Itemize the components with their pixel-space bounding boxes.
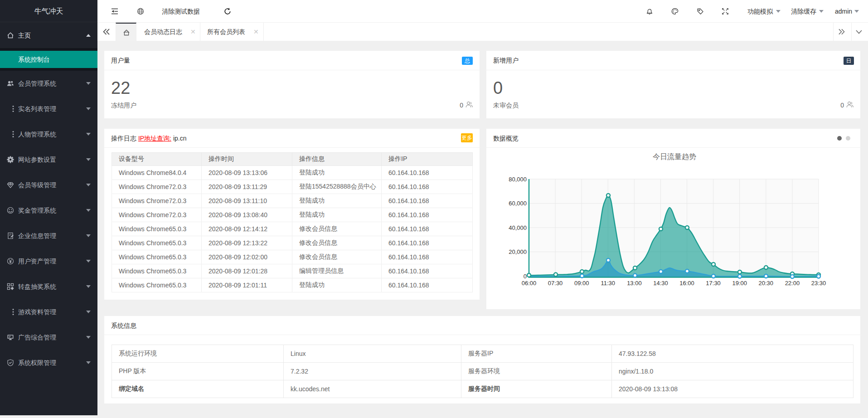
svg-text:06:00: 06:00 [522, 280, 537, 287]
svg-text:19:00: 19:00 [732, 280, 747, 287]
svg-text:0: 0 [524, 273, 527, 280]
svg-text:23:30: 23:30 [811, 280, 826, 287]
svg-text:11:30: 11:30 [601, 280, 616, 287]
svg-text:今日流量趋势: 今日流量趋势 [653, 153, 696, 160]
svg-text:20:30: 20:30 [759, 280, 774, 287]
svg-text:16:00: 16:00 [679, 280, 694, 287]
svg-text:80,000: 80,000 [509, 176, 527, 183]
svg-text:40,000: 40,000 [509, 224, 527, 231]
svg-text:09:00: 09:00 [574, 280, 589, 287]
svg-text:13:00: 13:00 [627, 280, 642, 287]
svg-text:20,000: 20,000 [509, 248, 527, 255]
svg-text:60,000: 60,000 [509, 200, 527, 207]
svg-text:22:00: 22:00 [785, 280, 800, 287]
svg-text:14:30: 14:30 [653, 280, 668, 287]
svg-text:17:30: 17:30 [706, 280, 721, 287]
svg-text:07:30: 07:30 [548, 280, 563, 287]
